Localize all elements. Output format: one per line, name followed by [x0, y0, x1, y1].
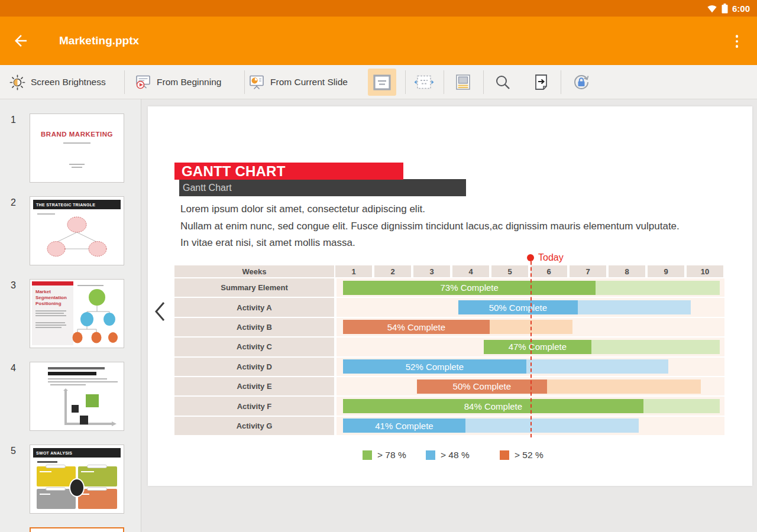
- gantt-bar: 41% Complete: [343, 419, 639, 433]
- overflow-menu-button[interactable]: [731, 32, 743, 51]
- slide-body-line: In vitae erat nisi, sit amet mollis mass…: [180, 235, 742, 252]
- slide-thumbnail-2[interactable]: THE STRATEGIC TRIANGLE: [30, 196, 124, 265]
- legend-label: > 48 %: [441, 450, 470, 460]
- gantt-bar-label: 41% Complete: [375, 421, 433, 431]
- normal-view-icon: [373, 74, 391, 90]
- gantt-row: Activity C47% Complete: [174, 338, 724, 356]
- rotation-lock-button[interactable]: [567, 69, 596, 96]
- slide-title: GANTT CHART: [182, 163, 286, 180]
- gantt-bar-label: 52% Complete: [406, 362, 464, 372]
- gantt-row-label: Activity G: [174, 417, 334, 435]
- gantt-row: Summary Element73% Complete: [174, 278, 724, 297]
- gantt-row-label: Activity D: [174, 358, 334, 376]
- back-arrow-icon: [12, 32, 31, 50]
- gantt-row-label: Activity E: [174, 377, 334, 395]
- toolbar-divider: [483, 70, 484, 94]
- previous-slide-chevron[interactable]: [153, 300, 168, 324]
- slide-number: 1: [11, 115, 16, 125]
- slide-thumbnail-5[interactable]: SWOT ANALYSIS: [30, 445, 124, 514]
- from-current-slide-label: From Current Slide: [270, 77, 348, 87]
- slide-thumbnail-6[interactable]: [30, 527, 124, 532]
- today-dashed-line: [530, 261, 532, 437]
- fit-to-width-view-button[interactable]: [410, 69, 438, 96]
- toolbar-divider: [405, 70, 406, 94]
- gantt-bar-fill: 50% Complete: [458, 300, 578, 314]
- from-beginning-button[interactable]: From Beginning: [135, 65, 221, 99]
- slide-thumbnail-1[interactable]: BRAND MARKETING: [30, 113, 124, 183]
- go-to-page-icon: [533, 74, 549, 90]
- gantt-row-label: Summary Element: [174, 278, 334, 297]
- notes-view-icon: [455, 74, 471, 90]
- slide-body-line: Lorem ipsum dolor sit amet, consectetur …: [180, 201, 742, 218]
- gantt-row: Activity D52% Complete: [174, 358, 724, 376]
- gantt-bar: 47% Complete: [484, 340, 720, 354]
- gantt-bar-fill: 54% Complete: [343, 320, 489, 334]
- slide-number: 5: [11, 446, 16, 456]
- search-button[interactable]: [489, 69, 517, 96]
- gantt-row-label: Activity B: [174, 318, 334, 336]
- gantt-bar-label: 47% Complete: [509, 342, 567, 352]
- week-header-cell: 6: [530, 265, 567, 277]
- toolbar-divider: [444, 70, 444, 94]
- week-header-cell: 3: [413, 265, 450, 277]
- gantt-weeks-header-label: Weeks: [174, 265, 334, 277]
- week-header-cell: 2: [374, 265, 411, 277]
- document-title: Marketing.pptx: [59, 34, 139, 47]
- slide-canvas[interactable]: Gantt Chart GANTT CHART Lorem ipsum dolo…: [148, 106, 752, 486]
- app-bar: Marketing.pptx: [0, 17, 757, 65]
- back-button[interactable]: [12, 32, 31, 51]
- slide-thumbnail-panel[interactable]: 1 BRAND MARKETING 2 THE STRATEGIC TRIANG…: [0, 99, 141, 532]
- gantt-bar-fill: 47% Complete: [484, 340, 591, 354]
- thumb1-title: BRAND MARKETING: [30, 131, 124, 138]
- legend-swatch: [500, 450, 509, 460]
- today-marker-dot: [527, 254, 534, 261]
- week-header-cell: 7: [570, 265, 606, 277]
- slide-thumbnail-4[interactable]: [30, 362, 124, 431]
- status-bar: 6:00: [0, 0, 757, 17]
- battery-icon: [722, 4, 728, 14]
- legend-item: > 48 %: [426, 450, 470, 460]
- slide-number: 2: [11, 197, 16, 208]
- notes-view-button[interactable]: [449, 69, 477, 96]
- gantt-bar-fill: 84% Complete: [343, 399, 643, 413]
- week-header-cell: 8: [609, 265, 645, 277]
- gantt-row: Activity E50% Complete: [174, 377, 724, 395]
- slide-title-banner: GANTT CHART: [174, 163, 403, 180]
- wifi-icon: [707, 4, 717, 13]
- gantt-bar: 50% Complete: [458, 300, 691, 314]
- go-to-page-button[interactable]: [527, 69, 555, 96]
- week-header-cell: 5: [491, 265, 528, 277]
- gantt-row: Activity B54% Complete: [174, 318, 724, 336]
- gantt-bar: 52% Complete: [343, 359, 668, 374]
- gantt-table: Weeks 12345678910 Summary Element73% Com…: [174, 265, 724, 436]
- content-area: 1 BRAND MARKETING 2 THE STRATEGIC TRIANG…: [0, 99, 757, 532]
- search-icon: [494, 74, 511, 90]
- slide-number: 3: [11, 280, 16, 291]
- status-clock: 6:00: [732, 4, 750, 14]
- presentation-app-window: 6:00 Marketing.pptx: [0, 0, 757, 532]
- legend-label: > 78 %: [377, 450, 406, 460]
- normal-view-button[interactable]: [368, 69, 396, 96]
- gantt-row: Activity G41% Complete: [174, 417, 724, 435]
- from-beginning-label: From Beginning: [157, 77, 221, 87]
- gantt-header-row: Weeks 12345678910: [174, 265, 724, 277]
- gantt-row-label: Activity C: [174, 338, 334, 356]
- legend-item: > 78 %: [363, 450, 406, 460]
- week-header-cell: 10: [687, 265, 723, 277]
- week-header-cell: 9: [648, 265, 684, 277]
- week-header-cell: 4: [452, 265, 489, 277]
- toolbar-divider: [124, 70, 125, 94]
- from-current-slide-icon: [248, 74, 265, 90]
- gantt-bar-label: 73% Complete: [440, 283, 498, 293]
- slide-thumbnail-3[interactable]: Market Segmentation Positioning: [30, 279, 124, 348]
- today-label: Today: [538, 252, 564, 263]
- slide-number: 4: [11, 363, 16, 374]
- from-beginning-icon: [135, 74, 151, 90]
- from-current-slide-button[interactable]: From Current Slide: [248, 65, 348, 99]
- gantt-bar-fill: 73% Complete: [343, 281, 596, 295]
- gantt-bar: 50% Complete: [417, 379, 701, 394]
- screen-brightness-button[interactable]: Screen Brightness: [9, 65, 106, 99]
- gantt-row: Activity A50% Complete: [174, 298, 724, 316]
- gantt-bar-label: 54% Complete: [387, 322, 445, 332]
- gantt-bar-fill: 52% Complete: [343, 359, 526, 374]
